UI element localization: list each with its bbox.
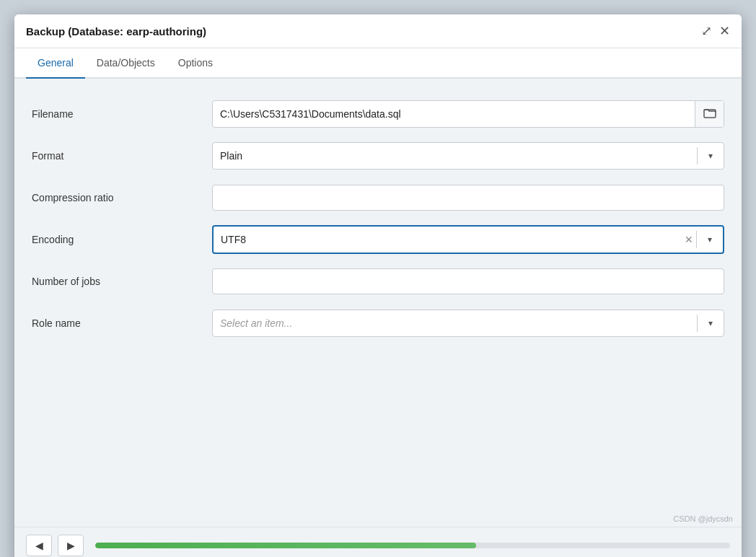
compression-input[interactable]: [212, 185, 724, 211]
back-icon: ◀: [35, 540, 43, 551]
role-placeholder: Select an item...: [213, 310, 697, 336]
dialog-footer: ◀ ▶: [14, 527, 742, 557]
progress-bar-wrapper: [95, 543, 730, 548]
encoding-control: ✕ ▾: [212, 225, 724, 254]
forward-icon: ▶: [67, 540, 75, 551]
jobs-control: [212, 268, 724, 294]
encoding-label: Encoding: [32, 234, 212, 245]
jobs-label: Number of jobs: [32, 276, 212, 287]
browse-button[interactable]: [695, 101, 724, 127]
format-control: Plain ▾: [212, 142, 724, 170]
compression-row: Compression ratio: [32, 177, 724, 219]
encoding-clear-icon[interactable]: ✕: [682, 234, 696, 245]
role-dropdown-icon[interactable]: ▾: [698, 310, 724, 336]
role-label: Role name: [32, 317, 212, 329]
dialog-title: Backup (Database: earp-authoring): [26, 25, 206, 38]
encoding-wrapper: ✕ ▾: [212, 225, 724, 254]
role-control: Select an item... ▾: [212, 310, 724, 337]
form-body: Filename Format: [14, 79, 742, 359]
close-icon[interactable]: ✕: [719, 25, 730, 38]
encoding-row: Encoding ✕ ▾: [32, 219, 724, 260]
format-label: Format: [32, 150, 212, 162]
filename-control: [212, 100, 724, 128]
encoding-dropdown-icon[interactable]: ▾: [697, 227, 723, 253]
filename-wrapper: [212, 100, 724, 128]
dialog-container: Backup (Database: earp-authoring) ⤢ ✕ Ge…: [14, 14, 742, 557]
encoding-input[interactable]: [214, 227, 682, 253]
back-button[interactable]: ◀: [26, 535, 52, 556]
footer-left: ◀ ▶: [26, 535, 84, 556]
progress-bar-fill: [95, 543, 476, 548]
titlebar-actions: ⤢ ✕: [701, 25, 730, 38]
filename-row: Filename: [32, 93, 724, 135]
tab-general[interactable]: General: [26, 48, 85, 79]
compression-label: Compression ratio: [32, 192, 212, 203]
watermark: CSDN @jdycsdn: [673, 514, 733, 523]
tab-data-objects[interactable]: Data/Objects: [85, 48, 167, 79]
jobs-input[interactable]: [212, 268, 724, 294]
folder-icon: [703, 107, 716, 121]
role-select-wrapper[interactable]: Select an item... ▾: [212, 310, 724, 337]
compression-control: [212, 185, 724, 211]
forward-button[interactable]: ▶: [58, 535, 84, 556]
maximize-icon[interactable]: ⤢: [701, 25, 712, 38]
format-dropdown-icon[interactable]: ▾: [698, 143, 724, 169]
titlebar: Backup (Database: earp-authoring) ⤢ ✕: [14, 14, 742, 48]
jobs-row: Number of jobs: [32, 260, 724, 302]
format-row: Format Plain ▾: [32, 135, 724, 177]
tab-bar: General Data/Objects Options: [14, 48, 742, 79]
format-value: Plain: [213, 143, 697, 169]
filename-label: Filename: [32, 108, 212, 120]
filename-input[interactable]: [213, 101, 695, 127]
format-select-wrapper[interactable]: Plain ▾: [212, 142, 724, 170]
tab-options[interactable]: Options: [167, 48, 224, 79]
role-row: Role name Select an item... ▾: [32, 302, 724, 344]
